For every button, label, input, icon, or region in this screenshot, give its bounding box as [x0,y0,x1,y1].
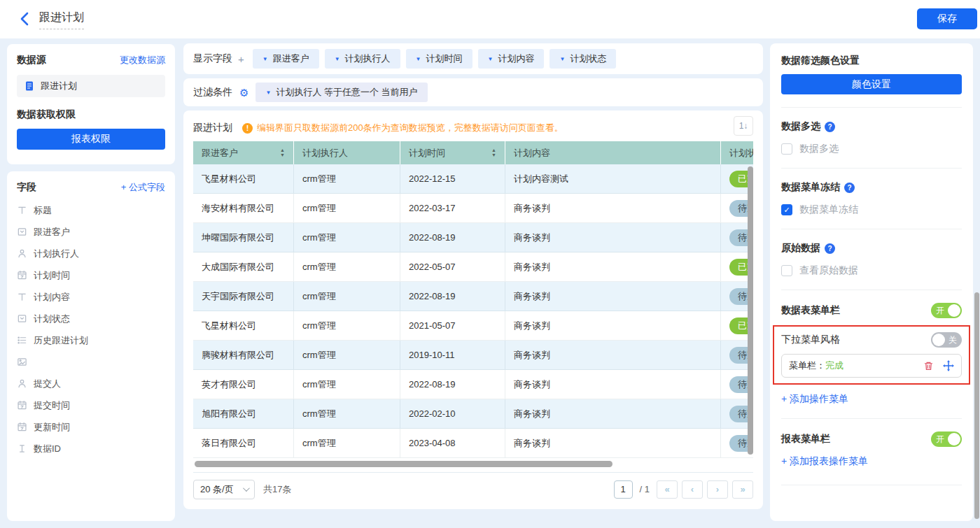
field-item-plan-content[interactable]: 计划内容 [17,286,165,308]
add-action-menu-link[interactable]: + 添加操作菜单 [781,393,962,406]
table-row[interactable]: 坤曜国际有限公司 crm管理 2022-08-19 商务谈判 待完成 [193,223,753,252]
page-size-value: 20 条/页 [200,483,234,496]
field-item-plan-status[interactable]: 计划状态 [17,308,165,329]
next-page-button[interactable]: › [707,480,728,499]
sort-arrows-icon[interactable]: ▲▼ [491,148,496,157]
image-icon [17,357,27,367]
field-item-executor[interactable]: 计划执行人 [17,243,165,264]
field-item-title[interactable]: 标题 [17,199,165,221]
field-chip-executor[interactable]: ▼计划执行人 [325,49,400,69]
menu-bar-item[interactable]: 菜单栏： 完成 [781,354,962,378]
prev-page-button[interactable]: ‹ [682,480,703,499]
checkbox[interactable] [781,143,792,155]
field-chip-plan-status[interactable]: ▼计划状态 [550,49,616,69]
table-row[interactable]: 英才有限公司 crm管理 2022-08-19 商务谈判 待完成 [193,370,753,399]
menu-freeze-checkbox-row[interactable]: ✓ 数据菜单冻结 [781,204,962,216]
save-button[interactable]: 保存 [917,8,977,29]
filter-label: 过滤条件 [193,86,232,99]
table-row[interactable]: 腾骏材料有限公司 crm管理 2019-10-11 商务谈判 待完成 [193,341,753,370]
move-icon[interactable] [943,360,954,371]
highlight-box: 下拉菜单风格 关 菜单栏： 完成 [773,325,970,385]
person-icon [17,248,27,259]
back-icon[interactable] [18,11,32,27]
color-settings-button[interactable]: 颜色设置 [781,74,962,94]
page-number-input[interactable] [614,480,633,499]
field-chip-customer[interactable]: ▼跟进客户 [253,49,319,69]
table-row[interactable]: 大成国际有限公司 crm管理 2022-05-07 商务谈判 已完成 [193,252,753,282]
fields-title: 字段 [17,181,36,194]
change-datasource-link[interactable]: 更改数据源 [120,54,165,66]
field-label: 计划执行人 [34,248,79,260]
add-report-action-menu-link[interactable]: + 添加报表操作菜单 [781,455,962,468]
field-label: 更新时间 [34,421,70,434]
first-page-button[interactable]: « [657,480,678,499]
dropdown-style-toggle[interactable]: 关 [931,332,962,348]
cell-content: 商务谈判 [505,311,721,341]
cell-customer: 落日有限公司 [193,429,294,458]
table-row[interactable]: 落日有限公司 crm管理 2023-04-08 商务谈判 待完成 [193,429,753,458]
table-row[interactable]: 天宇国际有限公司 crm管理 2022-08-19 商务谈判 待完成 [193,282,753,311]
column-header-plan-status[interactable]: 计划状态 [721,141,753,164]
column-header-plan-content[interactable]: 计划内容 [505,141,721,164]
trash-icon[interactable] [923,361,934,371]
chevron-down-icon: ▼ [488,56,493,62]
divider [781,290,962,290]
scrollbar-thumb[interactable] [195,461,612,467]
table-row[interactable]: 飞星材料公司 crm管理 2022-12-15 计划内容测试 已完成 [193,164,753,194]
raw-data-checkbox-row[interactable]: 查看原始数据 [781,264,962,277]
column-header-executor[interactable]: 计划执行人 [294,141,400,164]
cell-content: 商务谈判 [505,399,721,429]
cell-content: 商务谈判 [505,252,721,282]
field-item-submitter[interactable]: 提交人 [17,373,165,394]
cell-date: 2022-12-15 [400,164,505,194]
chevron-down-icon: ▼ [335,56,340,62]
cell-executor: crm管理 [294,399,400,429]
checkbox[interactable]: ✓ [781,204,792,215]
table-row[interactable]: 旭阳有限公司 crm管理 2022-02-10 商务谈判 待完成 [193,399,753,429]
calendar-icon [17,270,27,280]
menu-item-value: 完成 [825,359,844,372]
formula-field-link[interactable]: + 公式字段 [121,181,165,194]
table-row[interactable]: 海安材料有限公司 crm管理 2022-03-17 商务谈判 待完成 [193,194,753,223]
field-item-customer[interactable]: 跟进客户 [17,221,165,243]
page-title[interactable]: 跟进计划 [39,10,84,29]
sort-arrows-icon[interactable]: ▲▼ [280,148,285,157]
gear-icon[interactable]: ⚙ [239,87,248,98]
filter-chip[interactable]: ▼计划执行人 等于任意一个 当前用户 [255,83,427,102]
table-menu-toggle[interactable]: 开 [931,303,962,318]
dataset-name: 跟进计划 [41,80,77,92]
field-chip-plan-time[interactable]: ▼计划时间 [406,49,472,69]
multi-select-checkbox-row[interactable]: 数据多选 [781,143,962,155]
add-display-field-button[interactable]: + [238,53,244,65]
table-row[interactable]: 飞星材料公司 crm管理 2021-05-07 商务谈判 已完成 [193,311,753,341]
help-icon[interactable]: ? [844,183,855,193]
field-chip-plan-content[interactable]: ▼计划内容 [478,49,545,69]
help-icon[interactable]: ? [825,243,835,254]
column-header-plan-time[interactable]: 计划时间▲▼ [400,141,505,164]
multi-select-title: 数据多选 ? [781,120,962,133]
page-size-select[interactable]: 20 条/页 [193,480,255,499]
sort-order-icon[interactable]: 1↓ [734,116,753,136]
field-item-data-id[interactable]: 数据ID [17,438,165,459]
report-permission-button[interactable]: 报表权限 [17,129,165,150]
last-page-button[interactable]: » [732,480,753,499]
field-item-image[interactable] [17,351,165,373]
table-vertical-scrollbar[interactable] [748,166,753,455]
field-item-update-time[interactable]: 更新时间 [17,416,165,438]
help-icon[interactable]: ? [825,122,835,132]
dataset-item[interactable]: 跟进计划 [17,75,165,97]
permission-title: 数据获取权限 [17,108,165,121]
field-label: 提交时间 [34,399,70,412]
report-menu-toggle[interactable]: 开 [931,431,962,447]
field-item-plan-time[interactable]: 计划时间 [17,264,165,286]
checkbox[interactable] [781,265,792,276]
field-label: 提交人 [34,378,61,390]
field-item-submit-time[interactable]: 提交时间 [17,394,165,416]
report-menu-title: 报表菜单栏 [781,433,830,445]
table-horizontal-scrollbar[interactable] [193,461,753,468]
data-table: 跟进客户▲▼ 计划执行人 计划时间▲▼ 计划内容 计划状态 飞星材料公司 crm… [193,141,753,458]
divider [781,168,962,169]
field-item-history[interactable]: 历史跟进计划 [17,329,165,351]
column-header-customer[interactable]: 跟进客户▲▼ [193,141,294,164]
page-scrollbar[interactable] [974,292,979,519]
